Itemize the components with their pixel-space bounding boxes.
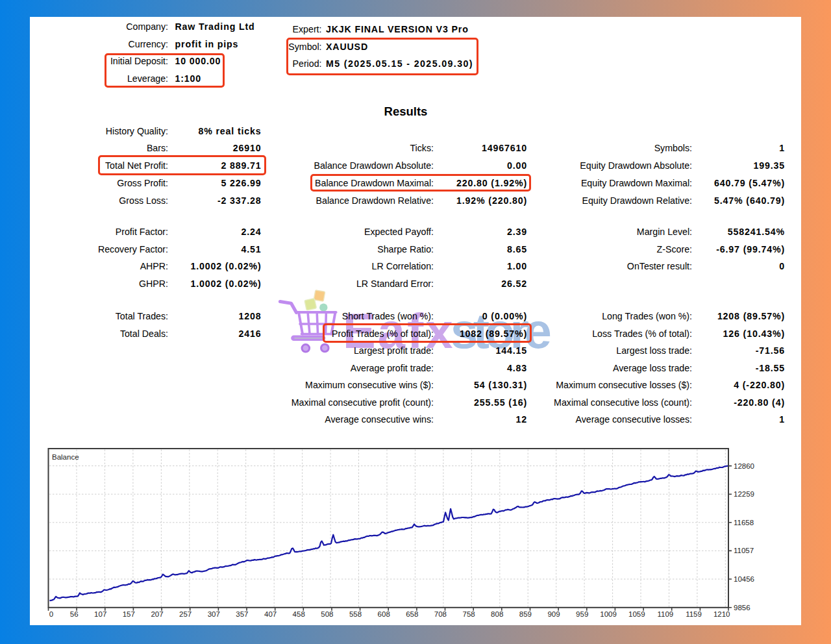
svg-text:56: 56: [70, 610, 79, 618]
svg-text:307: 307: [208, 610, 220, 618]
svg-text:207: 207: [151, 610, 163, 618]
svg-text:1159: 1159: [686, 610, 702, 618]
svg-text:859: 859: [519, 610, 532, 618]
svg-text:1109: 1109: [657, 610, 673, 618]
svg-text:658: 658: [406, 610, 418, 618]
svg-text:1210: 1210: [713, 610, 730, 618]
svg-text:808: 808: [491, 610, 503, 618]
svg-text:Balance: Balance: [52, 453, 79, 461]
svg-text:0: 0: [49, 610, 53, 618]
svg-text:12259: 12259: [734, 490, 754, 498]
svg-text:12860: 12860: [734, 462, 754, 470]
svg-text:9856: 9856: [734, 604, 750, 612]
svg-text:909: 909: [547, 610, 560, 618]
svg-text:357: 357: [236, 610, 248, 618]
svg-text:959: 959: [576, 610, 588, 618]
svg-text:1059: 1059: [628, 610, 645, 618]
svg-text:758: 758: [463, 610, 475, 618]
svg-text:708: 708: [434, 610, 447, 618]
svg-text:11658: 11658: [734, 519, 754, 526]
svg-text:107: 107: [94, 610, 106, 618]
svg-text:11057: 11057: [734, 547, 754, 554]
svg-text:608: 608: [378, 610, 390, 618]
svg-text:458: 458: [293, 610, 305, 618]
svg-text:1009: 1009: [600, 610, 617, 618]
svg-text:407: 407: [264, 610, 277, 618]
svg-text:10456: 10456: [734, 575, 754, 583]
svg-text:157: 157: [123, 610, 135, 618]
svg-text:558: 558: [349, 610, 362, 618]
svg-text:257: 257: [179, 610, 192, 618]
svg-text:508: 508: [321, 610, 333, 618]
